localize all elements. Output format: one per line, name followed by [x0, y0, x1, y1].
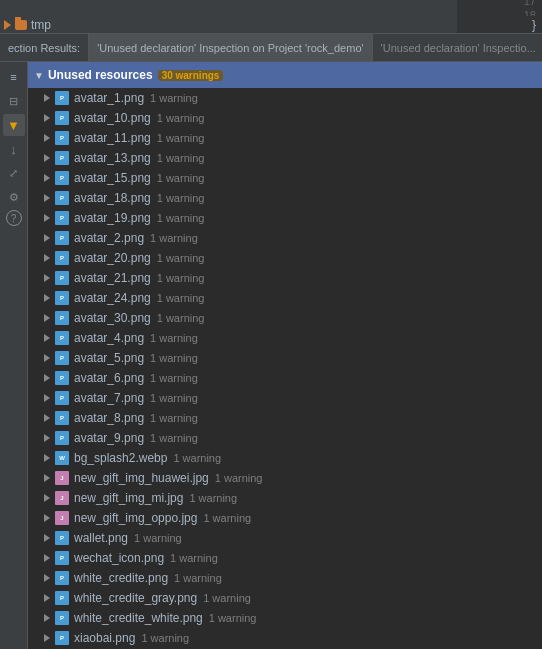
tree-item[interactable]: Pavatar_21.png1 warning: [28, 268, 542, 288]
tree-item[interactable]: Pavatar_24.png1 warning: [28, 288, 542, 308]
file-type-icon: P: [54, 91, 70, 105]
tree-items-container: Pavatar_1.png1 warningPavatar_10.png1 wa…: [28, 88, 542, 649]
line-17: 17: [524, 0, 536, 8]
file-name: white_credite_white.png: [74, 611, 203, 625]
tree-item[interactable]: Pavatar_9.png1 warning: [28, 428, 542, 448]
file-type-icon: P: [54, 631, 70, 645]
tree-item[interactable]: Pavatar_11.png1 warning: [28, 128, 542, 148]
sidebar-help-icon[interactable]: ?: [6, 210, 22, 226]
tree-item[interactable]: Pavatar_1.png1 warning: [28, 88, 542, 108]
results-label: ection Results:: [0, 34, 89, 61]
tree-item[interactable]: Pwhite_credite_white.png1 warning: [28, 608, 542, 628]
file-name: avatar_1.png: [74, 91, 144, 105]
warning-text: 1 warning: [173, 452, 221, 464]
tab-unused-declaration-1[interactable]: 'Unused declaration' Inspection on Proje…: [89, 34, 372, 61]
warning-text: 1 warning: [157, 212, 205, 224]
file-name: new_gift_img_oppo.jpg: [74, 511, 197, 525]
file-type-icon: J: [54, 471, 70, 485]
tree-item[interactable]: Pavatar_6.png1 warning: [28, 368, 542, 388]
file-name: avatar_2.png: [74, 231, 144, 245]
warning-text: 1 warning: [150, 332, 198, 344]
file-name: avatar_10.png: [74, 111, 151, 125]
tree-item[interactable]: Pavatar_7.png1 warning: [28, 388, 542, 408]
expand-arrow-icon: [40, 494, 54, 502]
warning-text: 1 warning: [215, 472, 263, 484]
tree-item[interactable]: Pwechat_icon.png1 warning: [28, 548, 542, 568]
warning-text: 1 warning: [170, 552, 218, 564]
warning-text: 1 warning: [150, 352, 198, 364]
tree-item[interactable]: Pwhite_credite.png1 warning: [28, 568, 542, 588]
tree-item[interactable]: Pwallet.png1 warning: [28, 528, 542, 548]
file-type-icon: P: [54, 231, 70, 245]
tree-item[interactable]: Pavatar_18.png1 warning: [28, 188, 542, 208]
warning-text: 1 warning: [150, 92, 198, 104]
file-type-icon: P: [54, 611, 70, 625]
file-type-icon: P: [54, 291, 70, 305]
warning-text: 1 warning: [157, 152, 205, 164]
sidebar-icon-1[interactable]: ⊟: [3, 90, 25, 112]
expand-arrow-icon: [40, 194, 54, 202]
file-name: avatar_9.png: [74, 431, 144, 445]
tree-item[interactable]: Pavatar_15.png1 warning: [28, 168, 542, 188]
file-type-icon: P: [54, 131, 70, 145]
file-name: white_credite_gray.png: [74, 591, 197, 605]
tree-item[interactable]: Pavatar_10.png1 warning: [28, 108, 542, 128]
warning-text: 1 warning: [150, 232, 198, 244]
file-type-icon: J: [54, 511, 70, 525]
expand-arrow-icon: [40, 314, 54, 322]
tree-item[interactable]: Pxiaobai.png1 warning: [28, 628, 542, 648]
expand-arrow-icon: [40, 434, 54, 442]
tree-item[interactable]: Pwhite_credite_gray.png1 warning: [28, 588, 542, 608]
expand-arrow-icon: [40, 134, 54, 142]
file-name: avatar_24.png: [74, 291, 151, 305]
expand-arrow-icon: [40, 114, 54, 122]
file-name: avatar_11.png: [74, 131, 151, 145]
sidebar-icon-0[interactable]: ≡: [3, 66, 25, 88]
sidebar-settings-icon[interactable]: ⚙: [3, 186, 25, 208]
tree-item[interactable]: Jnew_gift_img_mi.jpg1 warning: [28, 488, 542, 508]
expand-arrow-icon: [40, 594, 54, 602]
tree-item[interactable]: Pavatar_20.png1 warning: [28, 248, 542, 268]
file-type-icon: P: [54, 331, 70, 345]
expand-arrow-icon: [40, 454, 54, 462]
tree-item[interactable]: Pavatar_30.png1 warning: [28, 308, 542, 328]
tree-item[interactable]: Wbg_splash2.webp1 warning: [28, 448, 542, 468]
expand-arrow-icon: [40, 214, 54, 222]
tree-item[interactable]: Jnew_gift_img_oppo.jpg1 warning: [28, 508, 542, 528]
sidebar-expand-icon[interactable]: ⤢: [3, 162, 25, 184]
warning-text: 1 warning: [157, 192, 205, 204]
warning-text: 1 warning: [150, 372, 198, 384]
expand-arrow-icon: [40, 554, 54, 562]
tree-item[interactable]: Pavatar_13.png1 warning: [28, 148, 542, 168]
file-name: avatar_19.png: [74, 211, 151, 225]
file-name: new_gift_img_mi.jpg: [74, 491, 183, 505]
expand-arrow-icon: [40, 514, 54, 522]
expand-arrow-icon: [40, 94, 54, 102]
file-type-icon: P: [54, 391, 70, 405]
expand-arrow-icon: [40, 374, 54, 382]
sidebar-download-icon[interactable]: ↓: [3, 138, 25, 160]
line-18-code: }: [532, 18, 536, 32]
tree-item[interactable]: Pavatar_2.png1 warning: [28, 228, 542, 248]
results-panel[interactable]: ▼ Unused resources 30 warnings Pavatar_1…: [28, 62, 542, 649]
warning-text: 1 warning: [157, 172, 205, 184]
warning-text: 1 warning: [134, 532, 182, 544]
tree-item[interactable]: Pavatar_4.png1 warning: [28, 328, 542, 348]
tree-item[interactable]: Pavatar_5.png1 warning: [28, 348, 542, 368]
tab-unused-declaration-2[interactable]: 'Unused declaration' Inspectio...: [373, 34, 542, 61]
file-type-icon: P: [54, 411, 70, 425]
tree-item[interactable]: Pavatar_8.png1 warning: [28, 408, 542, 428]
expand-arrow-icon: [40, 354, 54, 362]
sidebar-filter-icon[interactable]: ▼: [3, 114, 25, 136]
warning-text: 1 warning: [157, 252, 205, 264]
expand-logs-icon[interactable]: [4, 20, 11, 30]
line-numbers: 17 18: [457, 0, 542, 16]
file-name: avatar_13.png: [74, 151, 151, 165]
warning-text: 1 warning: [209, 612, 257, 624]
expand-arrow-icon: [40, 534, 54, 542]
file-type-icon: P: [54, 251, 70, 265]
inspection-group-header[interactable]: ▼ Unused resources 30 warnings: [28, 62, 542, 88]
tree-item[interactable]: Pavatar_19.png1 warning: [28, 208, 542, 228]
group-label: Unused resources: [48, 68, 153, 82]
tree-item[interactable]: Jnew_gift_img_huawei.jpg1 warning: [28, 468, 542, 488]
